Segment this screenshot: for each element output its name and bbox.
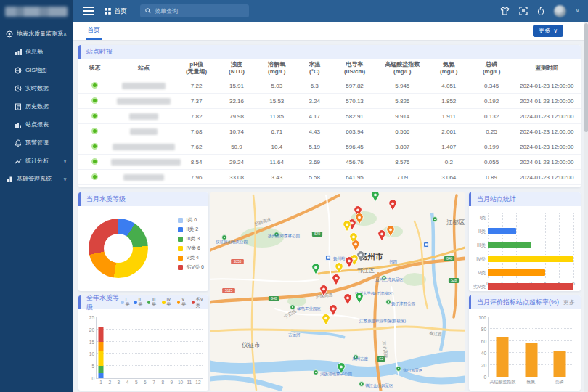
sidebar-section-label: 基础管理系统 xyxy=(17,175,52,183)
cell-value: 5.58 xyxy=(297,170,332,185)
cell-value: 5.945 xyxy=(377,78,428,94)
monthly-station-stats-panel: 当月站点统计 0123456I类II类III类IV类V类劣V类 xyxy=(469,192,581,291)
flame-icon[interactable] xyxy=(537,7,544,15)
search-input[interactable] xyxy=(155,8,242,15)
cell-value: 0.25 xyxy=(470,124,513,139)
status-dot-normal xyxy=(91,97,98,104)
cell-value: 0.199 xyxy=(470,139,513,155)
sidebar-item-历史数据[interactable]: 历史数据 xyxy=(0,97,73,115)
yearly-quality-panel: 全年水质等级 I类II类III类IV类V类劣V类 051015202512345… xyxy=(78,295,208,391)
column-header: pH值(无量纲) xyxy=(176,59,216,78)
hbar-row-II类[interactable]: II类 xyxy=(488,228,573,234)
chart-legend: I类II类III类IV类V类劣V类 xyxy=(121,296,205,309)
grid-icon xyxy=(105,8,111,15)
station-name-redacted xyxy=(111,159,181,166)
sidebar-section-base-system[interactable]: 基础管理系统 ∨ xyxy=(0,170,73,188)
legend-item[interactable]: II类 2 xyxy=(178,226,204,233)
cell-value: 7.09 xyxy=(377,170,428,185)
legend-item[interactable]: V类 xyxy=(177,296,187,309)
report-icon xyxy=(15,121,22,128)
column-header: 浊度(NTU) xyxy=(216,59,256,78)
chevron-down-icon[interactable]: ∨ xyxy=(576,8,579,14)
hbar-row-劣V类[interactable]: 劣V类 xyxy=(488,283,573,290)
horizontal-bar-chart: 0123456I类II类III类IV类V类劣V类 xyxy=(488,213,573,279)
avatar[interactable] xyxy=(554,5,566,17)
more-link[interactable]: 更多 xyxy=(563,298,575,306)
cell-value: 1.407 xyxy=(428,139,470,155)
map-poi-label: 镇江金山风景区 xyxy=(365,383,393,388)
legend-item[interactable]: III类 xyxy=(147,296,158,309)
legend-item[interactable]: IV类 xyxy=(162,296,173,309)
donut-chart: I类 0II类 2III类 3IV类 6V类 4劣V类 6 xyxy=(78,206,208,290)
sidebar-section-surface-water-system[interactable]: 地表水质量监测系统 ∧ xyxy=(0,25,73,43)
theme-skin-icon[interactable] xyxy=(500,7,510,15)
hbar-row-III类[interactable]: III类 xyxy=(488,242,573,248)
sidebar-item-预警管理[interactable]: 预警管理 xyxy=(0,134,73,152)
sidebar-item-实时数据[interactable]: 实时数据 xyxy=(0,79,73,97)
legend-item[interactable]: I类 0 xyxy=(178,216,204,224)
page-scrollbar[interactable] xyxy=(584,22,588,392)
table-row: 8.5429.2411.643.69456.768.5760.20.055202… xyxy=(78,155,581,170)
scrollbar-thumb[interactable] xyxy=(584,23,588,132)
cell-value: 5.03 xyxy=(257,78,297,94)
map-poi-label: 古运河 xyxy=(288,332,301,338)
status-dot-normal xyxy=(91,113,98,119)
cell-value: 0.055 xyxy=(470,155,513,170)
map-city-label: 邗江区 xyxy=(357,267,375,274)
topbar-actions: ∨ xyxy=(500,5,588,17)
column-header: 监测时间 xyxy=(513,59,581,78)
panel-header: 当月水质等级 xyxy=(78,192,208,206)
legend-item[interactable]: IV类 6 xyxy=(178,245,204,252)
cell-value: 3.24 xyxy=(297,94,332,109)
collapse-menu-button[interactable] xyxy=(83,7,94,15)
road-badge: S125 xyxy=(222,288,235,293)
legend-item[interactable]: 劣V类 6 xyxy=(178,264,204,271)
svg-text:S125: S125 xyxy=(225,289,233,293)
stations-map[interactable]: G40G40S49S28G2S353S125 扬州市邗江区江都区仪征市仪征捺山地… xyxy=(210,192,465,391)
column-header: 溶解氧(mg/L) xyxy=(257,59,297,78)
sidebar-item-统计分析[interactable]: 统计分析∨ xyxy=(0,152,73,170)
hbar-row-IV类[interactable]: IV类 xyxy=(488,256,573,262)
legend-item[interactable]: 劣V类 xyxy=(192,296,205,309)
sidebar-section-label: 地表水质量监测系统 xyxy=(17,30,63,38)
panel-header: 当月评价指标站点超标率(%) 更多 xyxy=(469,295,581,309)
panel-title: 当月评价指标站点超标率(%) xyxy=(477,298,559,307)
cell-value: 570.13 xyxy=(332,94,377,109)
legend-item[interactable]: II类 xyxy=(134,296,144,309)
svg-text:S28: S28 xyxy=(451,279,457,282)
station-name-redacted xyxy=(130,128,158,135)
fullscreen-icon[interactable] xyxy=(519,7,528,15)
svg-text:G40: G40 xyxy=(271,297,277,301)
sidebar-item-站点报表[interactable]: 站点报表 xyxy=(0,115,73,134)
svg-text:S49: S49 xyxy=(314,232,321,236)
cell-value: 9.914 xyxy=(377,109,428,124)
map-poi-label: 何园 xyxy=(389,259,397,264)
station-name-redacted xyxy=(122,83,166,89)
cell-value: 0.132 xyxy=(470,109,513,124)
stacked-bar-month-1[interactable] xyxy=(99,317,104,378)
station-poi-icon xyxy=(424,242,429,248)
bar-总磷[interactable] xyxy=(553,351,565,377)
cell-value: 582.91 xyxy=(332,109,377,124)
menu-search[interactable] xyxy=(140,4,249,17)
sidebar-item-GIS地图[interactable]: GIS地图 xyxy=(0,61,73,79)
park-poi-icon xyxy=(433,217,438,222)
breadcrumb[interactable]: 首页 xyxy=(105,7,127,16)
tab-home[interactable]: 首页 xyxy=(86,22,102,40)
legend-item[interactable]: I类 xyxy=(121,296,130,309)
bar-氨氮[interactable] xyxy=(525,343,537,377)
bar-高锰酸盐指数[interactable] xyxy=(497,337,509,377)
legend-item[interactable]: V类 4 xyxy=(178,254,204,261)
hbar-row-I类[interactable]: I类 xyxy=(488,214,573,221)
map-poi-label: 运河三湾风景区 xyxy=(375,277,404,282)
sidebar-item-信息舱[interactable]: 信息舱 xyxy=(0,43,73,61)
cell-value: 6.71 xyxy=(257,124,297,139)
cell-value: 0.192 xyxy=(470,94,513,109)
legend-item[interactable]: III类 3 xyxy=(178,235,204,242)
stacked-bar-chart: 0510152025123456789101112 xyxy=(96,317,203,379)
cell-value: 3.807 xyxy=(377,139,428,155)
more-button[interactable]: 更多∨ xyxy=(533,25,563,37)
park-poi-icon xyxy=(396,367,401,372)
hbar-row-V类[interactable]: V类 xyxy=(488,269,573,276)
cell-value: 7.96 xyxy=(176,170,216,185)
